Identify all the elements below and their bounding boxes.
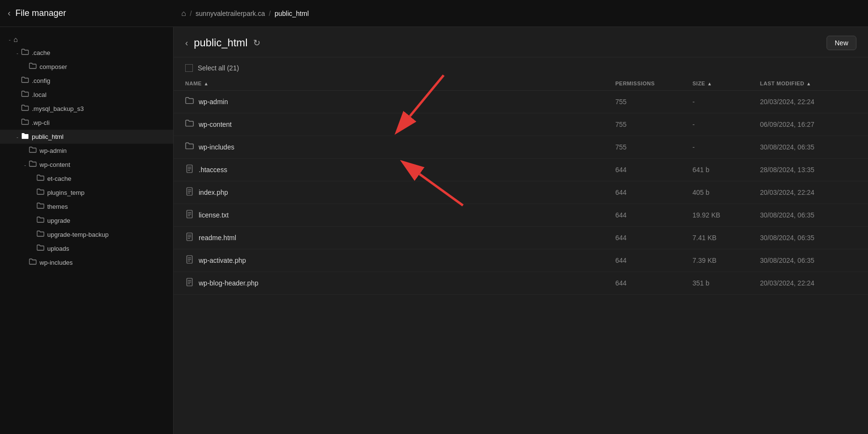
file-modified: 30/08/2024, 06:35 (760, 143, 856, 151)
themes-label: themes (47, 203, 68, 210)
col-name[interactable]: NAME ▲ (185, 81, 615, 86)
content-title: public_html (194, 37, 247, 49)
breadcrumb-domain[interactable]: sunnyvaletrailerpark.ca (196, 10, 265, 17)
table-row[interactable]: readme.html 644 7.41 KB 30/08/2024, 06:3… (174, 227, 868, 249)
wp-includes-folder-icon (29, 258, 37, 267)
file-name-cell: .htaccess (185, 164, 615, 175)
sidebar-item-public_html[interactable]: -public_html (0, 130, 173, 144)
col-size[interactable]: SIZE ▲ (692, 81, 760, 86)
public_html-folder-icon (21, 132, 29, 141)
file-name-cell: wp-admin (185, 96, 615, 107)
breadcrumb-current: public_html (274, 10, 309, 17)
sidebar-item-plugins_temp[interactable]: plugins_temp (0, 186, 173, 200)
size-sort-icon: ▲ (707, 81, 712, 86)
file-permissions: 755 (615, 143, 692, 151)
select-all-label[interactable]: Select all (21) (198, 64, 239, 72)
folder-icon (185, 142, 194, 152)
table-row[interactable]: .htaccess 644 641 b 28/08/2024, 13:35 (174, 159, 868, 181)
main-layout: -⌂-.cachecomposer.config.local.mysql_bac… (0, 27, 868, 434)
uploads-label: uploads (47, 245, 69, 252)
content-panel: ‹ public_html ↻ New Select all (21) NAME… (174, 27, 868, 434)
sidebar-item-cache[interactable]: -.cache (0, 46, 173, 60)
file-table: NAME ▲ PERMISSIONS SIZE ▲ LAST MODIFIED … (174, 77, 868, 434)
breadcrumb-home-icon[interactable]: ⌂ (181, 9, 186, 18)
file-permissions: 755 (615, 121, 692, 128)
wpcli-folder-icon (21, 118, 29, 127)
sidebar-item-config[interactable]: .config (0, 74, 173, 88)
plugins_temp-folder-icon (37, 188, 44, 197)
sidebar-item-wpcli[interactable]: .wp-cli (0, 116, 173, 130)
cache-label: .cache (32, 49, 50, 56)
sidebar-item-upgrade-temp[interactable]: upgrade-temp-backup (0, 228, 173, 242)
table-row[interactable]: index.php 644 405 b 20/03/2024, 22:24 (174, 181, 868, 204)
wp-content-label: wp-content (40, 161, 70, 168)
table-row[interactable]: wp-content 755 - 06/09/2024, 16:27 (174, 113, 868, 136)
file-icon (185, 164, 194, 175)
file-icon (185, 187, 194, 198)
sidebar-item-upgrade[interactable]: upgrade (0, 214, 173, 228)
file-name: license.txt (199, 211, 229, 219)
file-rows-container: wp-admin 755 - 20/03/2024, 22:24 wp-cont… (174, 91, 868, 295)
sidebar-item-composer[interactable]: composer (0, 60, 173, 74)
table-row[interactable]: wp-admin 755 - 20/03/2024, 22:24 (174, 91, 868, 113)
col-permissions[interactable]: PERMISSIONS (615, 81, 692, 86)
cache-folder-icon (21, 48, 29, 57)
sidebar-item-wp-includes[interactable]: wp-includes (0, 256, 173, 270)
et-cache-folder-icon (37, 174, 44, 183)
file-modified: 30/08/2024, 06:35 (760, 257, 856, 264)
file-permissions: 644 (615, 189, 692, 196)
wpcli-label: .wp-cli (32, 119, 50, 126)
public_html-label: public_html (32, 133, 64, 140)
modified-sort-icon: ▲ (806, 81, 811, 86)
table-row[interactable]: wp-blog-header.php 644 351 b 20/03/2024,… (174, 272, 868, 295)
file-name: index.php (199, 189, 228, 196)
upgrade-label: upgrade (47, 217, 70, 224)
refresh-button[interactable]: ↻ (253, 38, 260, 48)
file-name-cell: readme.html (185, 232, 615, 243)
file-name: .htaccess (199, 166, 227, 174)
file-size: - (692, 143, 760, 151)
mysql-label: .mysql_backup_s3 (32, 105, 84, 112)
public_html-toggle: - (14, 134, 21, 140)
new-button[interactable]: New (827, 36, 856, 50)
sidebar-item-wp-admin[interactable]: wp-admin (0, 144, 173, 158)
col-last-modified[interactable]: LAST MODIFIED ▲ (760, 81, 856, 86)
sidebar-item-themes[interactable]: themes (0, 200, 173, 214)
upgrade-folder-icon (37, 216, 44, 225)
sidebar-item-local[interactable]: .local (0, 88, 173, 102)
file-permissions: 644 (615, 211, 692, 219)
sidebar-item-et-cache[interactable]: et-cache (0, 172, 173, 186)
file-name: wp-includes (199, 143, 234, 151)
config-folder-icon (21, 76, 29, 85)
table-row[interactable]: license.txt 644 19.92 KB 30/08/2024, 06:… (174, 204, 868, 227)
mysql-folder-icon (21, 104, 29, 113)
file-modified: 06/09/2024, 16:27 (760, 121, 856, 128)
local-label: .local (32, 91, 46, 98)
sidebar-item-uploads[interactable]: uploads (0, 242, 173, 256)
content-header: ‹ public_html ↻ New (174, 27, 868, 57)
file-modified: 20/03/2024, 22:24 (760, 98, 856, 106)
file-name: wp-blog-header.php (199, 279, 258, 287)
select-all-checkbox[interactable] (185, 64, 193, 72)
file-size: - (692, 121, 760, 128)
file-size: 19.92 KB (692, 211, 760, 219)
wp-content-toggle: - (21, 162, 29, 168)
file-name: readme.html (199, 234, 236, 242)
table-row[interactable]: wp-activate.php 644 7.39 KB 30/08/2024, … (174, 249, 868, 272)
breadcrumb: ⌂ / sunnyvaletrailerpark.ca / public_htm… (181, 9, 309, 18)
wp-admin-folder-icon (29, 146, 37, 155)
home-icon: ⌂ (14, 35, 18, 43)
breadcrumb-sep1: / (190, 10, 192, 17)
content-back-button[interactable]: ‹ (185, 38, 188, 48)
sidebar-item-wp-content[interactable]: -wp-content (0, 158, 173, 172)
file-size: 641 b (692, 166, 760, 174)
sidebar-item-mysql[interactable]: .mysql_backup_s3 (0, 102, 173, 116)
file-icon (185, 210, 194, 220)
file-modified: 30/08/2024, 06:35 (760, 234, 856, 242)
table-row[interactable]: wp-includes 755 - 30/08/2024, 06:35 (174, 136, 868, 159)
cache-toggle: - (14, 50, 21, 56)
home-toggle: - (6, 37, 14, 42)
app-back-button[interactable]: ‹ (8, 8, 11, 18)
file-modified: 20/03/2024, 22:24 (760, 189, 856, 196)
sidebar-item-home[interactable]: -⌂ (0, 33, 173, 46)
